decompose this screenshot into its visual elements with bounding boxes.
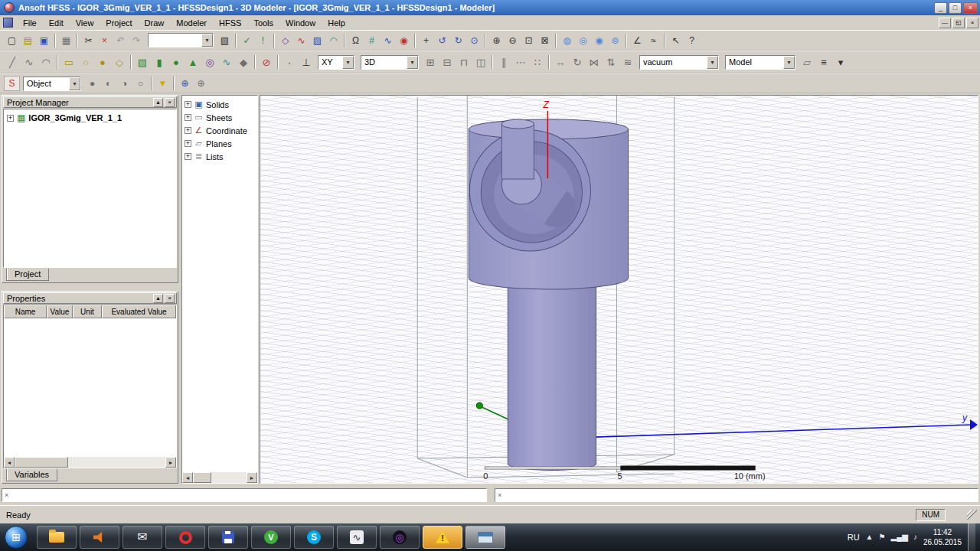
collapse-icon[interactable]: ▴ (153, 98, 163, 107)
draw-circle-icon[interactable]: ● (94, 54, 111, 70)
taskbar-mail-button[interactable]: ✉ (122, 526, 162, 549)
draw-polyhedron-icon[interactable]: ◆ (235, 54, 252, 70)
menu-tools[interactable]: Tools (247, 17, 279, 29)
view-sphere-2-icon[interactable]: ◎ (575, 33, 591, 48)
tab-variables[interactable]: Variables (6, 469, 57, 481)
taskbar-skype-button[interactable]: S (294, 526, 334, 549)
movement-mode-combobox[interactable]: 3D ▾ (361, 55, 419, 70)
chevron-down-icon[interactable]: ▾ (69, 77, 80, 90)
expand-icon[interactable]: + (185, 101, 191, 108)
menu-project[interactable]: Project (100, 17, 138, 29)
select-edge-mode-icon[interactable]: ◑ (116, 76, 132, 91)
project-name[interactable]: IGOR_3Gmig_VER_1_1 (28, 113, 122, 122)
modeler-canvas[interactable]: y (260, 96, 978, 483)
col-unit[interactable]: Unit (73, 305, 102, 318)
results-plot-icon[interactable]: ∿ (293, 33, 309, 48)
toolbar-overflow-icon[interactable]: ▾ (832, 54, 849, 70)
duplicate-mirror-icon[interactable]: ∥ (495, 54, 512, 70)
measure-angle-icon[interactable]: ∠ (629, 33, 645, 48)
draw-box-icon[interactable]: ▧ (134, 54, 151, 70)
draw-ellipse-icon[interactable]: ○ (77, 54, 94, 70)
boolean-unite-icon[interactable]: ⊞ (422, 54, 439, 70)
open-folder-icon[interactable]: ▤ (20, 33, 36, 48)
action-center-flag-icon[interactable]: ⚑ (879, 533, 886, 541)
scroll-track[interactable] (211, 472, 247, 483)
view-sphere-3-icon[interactable]: ◉ (591, 33, 607, 48)
clock[interactable]: 11:42 26.05.2015 (923, 527, 962, 548)
close-icon[interactable]: × (165, 98, 175, 107)
chevron-down-icon[interactable]: ▾ (201, 34, 213, 47)
col-value[interactable]: Value (47, 305, 73, 318)
draw-point-icon[interactable]: · (281, 54, 298, 70)
taskbar-ansys-button[interactable]: ◎ (380, 526, 420, 549)
expand-icon[interactable]: + (185, 114, 191, 121)
field-overlay-icon[interactable]: ▨ (309, 33, 325, 48)
maximize-button[interactable]: □ (949, 2, 962, 14)
drawing-plane-combobox[interactable]: XY ▾ (318, 55, 354, 70)
selection-mode-combobox[interactable]: Object ▾ (23, 77, 81, 91)
draw-spline-icon[interactable]: ∿ (21, 54, 38, 70)
taskbar-green-app-button[interactable]: V (251, 526, 291, 549)
scroll-track[interactable] (68, 457, 165, 468)
draw-torus-icon[interactable]: ◎ (201, 54, 218, 70)
chevron-down-icon[interactable]: ▾ (342, 56, 354, 69)
draw-sphere-icon[interactable]: ● (168, 54, 185, 70)
scroll-right-icon[interactable]: ► (247, 472, 257, 483)
zoom-out-icon[interactable]: ⊖ (505, 33, 521, 48)
analyze-all-icon[interactable]: ! (255, 33, 271, 48)
cut-icon[interactable]: ✂ (80, 33, 96, 48)
world-cs-icon[interactable]: ⊕ (177, 76, 193, 91)
menu-hfss[interactable]: HFSS (213, 17, 247, 29)
boolean-intersect-icon[interactable]: ⊓ (456, 54, 472, 70)
expand-icon[interactable]: + (7, 115, 14, 122)
delete-icon[interactable]: × (96, 33, 113, 48)
draw-line-icon[interactable]: ╱ (4, 54, 21, 70)
chevron-down-icon[interactable]: ▾ (783, 56, 795, 69)
redo-icon[interactable]: ↷ (129, 33, 145, 48)
view-sphere-4-icon[interactable]: ⊚ (607, 33, 623, 48)
menu-window[interactable]: Window (279, 17, 322, 29)
report-xy-icon[interactable]: ∿ (380, 33, 396, 48)
taskbar-opera-button[interactable] (165, 526, 205, 549)
mesh-plot-icon[interactable]: # (364, 33, 380, 48)
volume-tray-icon[interactable]: ♪ (913, 533, 917, 541)
menu-modeler[interactable]: Modeler (170, 17, 213, 29)
thicken-sheet-icon[interactable]: ▱ (799, 54, 815, 70)
tree-item-sheets[interactable]: + ▭ Sheets (185, 111, 257, 124)
message-bar-left[interactable]: × (2, 488, 487, 502)
print-icon[interactable]: ▦ (58, 33, 74, 48)
solution-data-icon[interactable]: Ω (348, 33, 364, 48)
help-arrow-icon[interactable]: ↖ (668, 33, 684, 48)
context-help-icon[interactable]: ? (684, 33, 700, 48)
tree-item-lists[interactable]: + ≣ Lists (185, 150, 257, 163)
draw-polygon-icon[interactable]: ◇ (111, 54, 128, 70)
draw-helix-icon[interactable]: ∿ (218, 54, 235, 70)
draw-cone-icon[interactable]: ▲ (185, 54, 201, 70)
rotate-model-icon[interactable]: ↺ (434, 33, 450, 48)
model-stem-cylinder[interactable] (508, 284, 596, 471)
tree-item-planes[interactable]: + ▱ Planes (185, 137, 257, 150)
taskbar-explorer-button[interactable] (37, 526, 77, 549)
paste-icon[interactable]: ▧ (217, 33, 233, 48)
menu-view[interactable]: View (70, 17, 100, 29)
rotate-icon[interactable]: ↻ (569, 54, 586, 70)
tree-item-coordinate[interactable]: + ∠ Coordinate (185, 124, 257, 137)
scroll-left-icon[interactable]: ◄ (182, 472, 193, 483)
rotate-view-icon[interactable]: ↻ (450, 33, 466, 48)
select-object-mode-icon[interactable]: ● (84, 76, 100, 91)
draw-cylinder-icon[interactable]: ▮ (151, 54, 168, 70)
language-indicator[interactable]: RU (848, 533, 860, 542)
subtract-icon[interactable]: ⊘ (258, 54, 275, 70)
child-close-button[interactable]: × (966, 18, 978, 28)
scroll-thumb[interactable] (193, 472, 211, 483)
taskbar-volume-mixer-button[interactable] (80, 526, 119, 549)
move-icon[interactable]: ↔ (552, 54, 569, 70)
save-icon[interactable]: ▣ (36, 33, 52, 48)
draw-rectangle-icon[interactable]: ▭ (60, 54, 77, 70)
col-name[interactable]: Name (4, 305, 47, 318)
expand-icon[interactable]: + (185, 127, 191, 134)
scroll-thumb[interactable] (15, 457, 68, 468)
select-face-mode-icon[interactable]: ◐ (100, 76, 116, 91)
menu-draw[interactable]: Draw (139, 17, 171, 29)
clear-icon[interactable]: × (498, 491, 501, 499)
